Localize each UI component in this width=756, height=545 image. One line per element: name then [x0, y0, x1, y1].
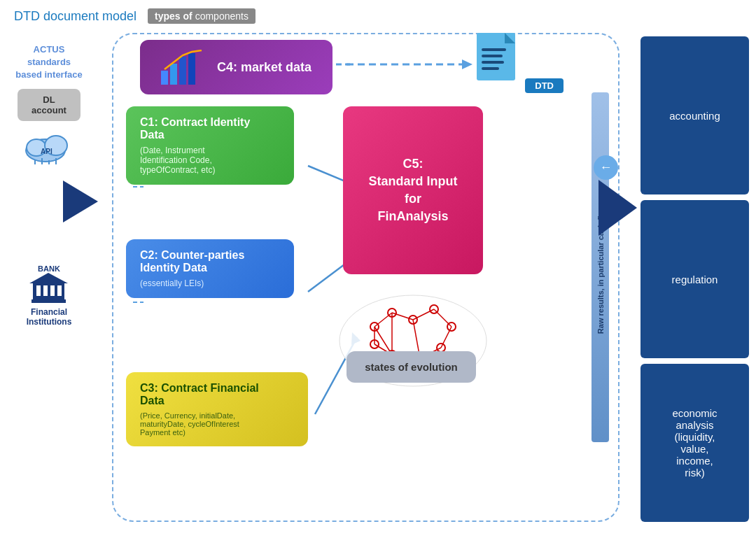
components-label: components — [195, 10, 248, 22]
output-arrow — [598, 180, 637, 236]
dtd-label: DTD — [525, 78, 564, 93]
c3-details: (Price, Currency, initialDate,maturityDa… — [140, 411, 294, 437]
svg-text:API: API — [41, 148, 52, 155]
bar-chart-icon — [161, 50, 206, 85]
left-column: ACTUSstandardsbased interface DLaccount … — [7, 29, 91, 529]
dl-account-box: DLaccount — [18, 89, 80, 121]
economic-analysis-panel: economic analysis (liquidity, value, inc… — [640, 364, 749, 522]
svg-rect-18 — [188, 53, 195, 85]
c1-title: C1: Contract IdentityData — [140, 116, 280, 141]
states-box: states of evolution — [346, 351, 476, 383]
main-content: ACTUSstandardsbased interface DLaccount … — [0, 29, 756, 536]
c1-box: C1: Contract IdentityData (Date, Instrum… — [126, 106, 294, 185]
svg-rect-11 — [50, 285, 55, 296]
right-panels: accounting regulation economic analysis … — [640, 29, 749, 529]
c3-box: C3: Contract FinancialData (Price, Curre… — [126, 372, 308, 446]
svg-rect-24 — [482, 67, 499, 70]
dtd-icon-box: DTD — [473, 33, 564, 93]
svg-rect-23 — [482, 61, 504, 64]
c3-title: C3: Contract FinancialData — [140, 382, 294, 407]
c5-title: C5:Standard InputforFinAnalysis — [369, 155, 458, 226]
svg-rect-9 — [36, 285, 41, 296]
title-bar: DTD document model types of components — [0, 0, 756, 29]
c5-box: C5:Standard InputforFinAnalysis — [343, 106, 483, 274]
raw-results-bar: Raw results, in particular cash flows — [592, 92, 609, 442]
c4-box: C4: market data — [140, 40, 332, 94]
svg-rect-10 — [43, 285, 48, 296]
bank-building-icon — [29, 273, 68, 304]
svg-rect-22 — [482, 55, 503, 57]
accounting-panel: accounting — [640, 36, 749, 194]
dtd-title: DTD document model — [14, 9, 136, 24]
dtd-document-icon — [473, 33, 522, 89]
api-cloud-icon: API — [21, 128, 77, 167]
bank-label: BANK — [27, 264, 72, 273]
bank-section: BANK FinancialInstitutions — [27, 264, 72, 327]
svg-rect-14 — [31, 299, 66, 303]
c1-details: (Date, InstrumentIdentification Code,typ… — [140, 146, 280, 175]
svg-marker-13 — [29, 273, 68, 283]
center-diagram: C4: market data DTD — [98, 29, 634, 529]
c2-details: (essentially LEIs) — [140, 278, 280, 288]
back-arrow-icon: ← — [594, 155, 618, 180]
svg-rect-16 — [170, 64, 177, 85]
svg-rect-17 — [179, 57, 186, 85]
c2-title: C2: Counter-partiesIdentity Data — [140, 249, 280, 274]
svg-rect-21 — [482, 48, 506, 51]
actus-standards-label: ACTUSstandardsbased interface — [15, 43, 82, 82]
c2-box: C2: Counter-partiesIdentity Data (essent… — [126, 239, 294, 298]
svg-rect-12 — [57, 285, 62, 296]
main-input-arrow — [63, 181, 98, 222]
types-bold: types of — [155, 10, 192, 22]
regulation-panel: regulation — [640, 200, 749, 358]
types-badge: types of components — [148, 8, 255, 24]
financial-institutions-label: FinancialInstitutions — [27, 307, 72, 327]
svg-rect-15 — [161, 71, 168, 85]
